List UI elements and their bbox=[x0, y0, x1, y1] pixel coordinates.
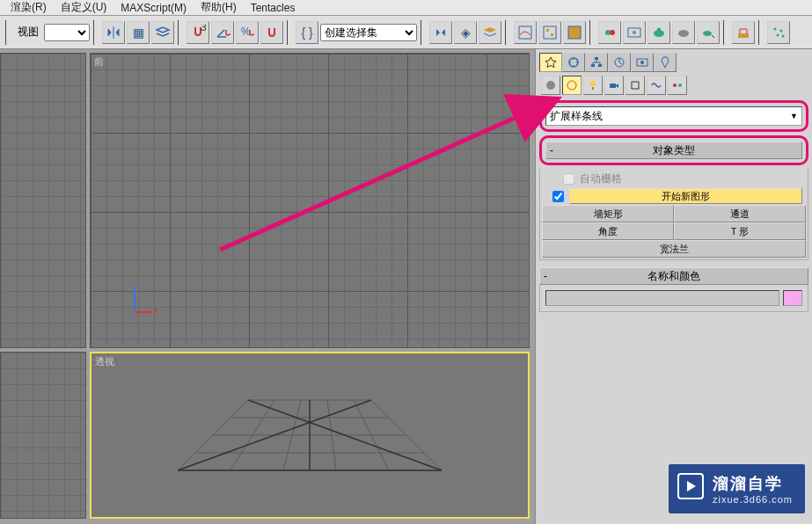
tab-display[interactable] bbox=[631, 53, 654, 72]
svg-rect-15 bbox=[738, 33, 749, 38]
render-frame-icon[interactable] bbox=[623, 21, 646, 44]
menu-bar: 渲染(R) 自定义(U) MAXScript(M) 帮助(H) Tentacle… bbox=[0, 0, 812, 16]
tab-motion[interactable] bbox=[608, 53, 631, 72]
tab-create[interactable] bbox=[539, 53, 562, 72]
curve-editor-icon[interactable] bbox=[514, 21, 537, 44]
svg-point-8 bbox=[610, 30, 615, 35]
align-icon[interactable]: ▦ bbox=[127, 21, 150, 44]
menu-custom[interactable]: 自定义(U) bbox=[54, 0, 114, 15]
cat-spacewarps-icon[interactable] bbox=[647, 76, 666, 95]
btn-angle[interactable]: 角度 bbox=[542, 222, 674, 240]
svg-point-19 bbox=[782, 34, 785, 37]
svg-rect-38 bbox=[595, 57, 598, 60]
align-tool-icon[interactable]: ◈ bbox=[454, 21, 477, 44]
svg-point-11 bbox=[654, 30, 664, 37]
btn-wall-rectangle[interactable]: 墙矩形 bbox=[542, 205, 674, 222]
view-select[interactable] bbox=[44, 24, 90, 41]
btn-tee[interactable]: T 形 bbox=[674, 222, 806, 240]
tab-utilities[interactable] bbox=[654, 53, 677, 72]
angle-snap-icon[interactable] bbox=[211, 21, 234, 44]
schematic-view-icon[interactable] bbox=[538, 21, 561, 44]
cat-shapes-icon[interactable] bbox=[562, 76, 582, 95]
viewport-front[interactable]: 前 z x bbox=[90, 53, 530, 348]
svg-point-10 bbox=[633, 31, 636, 34]
svg-point-18 bbox=[777, 33, 779, 36]
viewport-label-perspective: 透视 bbox=[95, 355, 114, 368]
name-color-body bbox=[539, 285, 808, 312]
render-setup-icon[interactable] bbox=[598, 21, 621, 44]
selection-set-dropdown[interactable]: 创建选择集 bbox=[320, 24, 417, 41]
axis-gizmo: z x bbox=[117, 286, 152, 321]
object-name-input[interactable] bbox=[545, 290, 779, 306]
svg-point-44 bbox=[546, 81, 555, 90]
svg-rect-3 bbox=[544, 26, 556, 39]
material-editor-icon[interactable] bbox=[563, 21, 586, 44]
command-panel: 扩展样条线▼ -对象类型 自动栅格 开始新图形 墙矩形 通道 角度 T 形 宽法 bbox=[535, 49, 812, 524]
perspective-grid bbox=[151, 382, 468, 488]
subcategory-dropdown[interactable]: 扩展样条线▼ bbox=[545, 106, 802, 126]
snap-toggle-icon[interactable]: 3 bbox=[187, 21, 209, 44]
render-dropdown-icon[interactable] bbox=[697, 21, 720, 44]
cat-lights-icon[interactable] bbox=[583, 76, 603, 95]
svg-rect-39 bbox=[591, 64, 595, 67]
spinner-snap-icon[interactable] bbox=[260, 21, 283, 44]
start-new-shape-button[interactable]: 开始新图形 bbox=[569, 188, 802, 204]
cat-helpers-icon[interactable] bbox=[625, 76, 645, 95]
svg-rect-48 bbox=[632, 82, 639, 89]
svg-point-14 bbox=[703, 31, 712, 36]
viewport-label-front: 前 bbox=[94, 55, 104, 69]
mirror-tool-icon[interactable] bbox=[429, 21, 452, 44]
render-last-icon[interactable] bbox=[672, 21, 695, 44]
reactor-icon[interactable] bbox=[732, 21, 755, 44]
rollout-object-type[interactable]: -对象类型 bbox=[545, 142, 802, 159]
svg-rect-47 bbox=[610, 84, 616, 88]
cat-geometry-icon[interactable] bbox=[541, 76, 560, 95]
svg-rect-40 bbox=[598, 64, 602, 67]
svg-point-45 bbox=[567, 81, 576, 90]
particle-icon[interactable] bbox=[767, 21, 790, 44]
svg-rect-2 bbox=[519, 26, 531, 39]
layer-icon[interactable] bbox=[151, 21, 174, 44]
btn-wide-flange[interactable]: 宽法兰 bbox=[542, 240, 806, 258]
percent-snap-icon[interactable]: % bbox=[236, 21, 259, 44]
object-buttons: 墙矩形 通道 角度 T 形 宽法兰 bbox=[542, 205, 806, 258]
menu-maxscript[interactable]: MAXScript(M) bbox=[113, 2, 194, 14]
autogrid-checkbox[interactable] bbox=[563, 173, 574, 185]
watermark: 溜溜自学 zixue.3d66.com bbox=[669, 464, 805, 513]
watermark-url: zixue.3d66.com bbox=[713, 494, 793, 505]
menu-render[interactable]: 渲染(R) bbox=[4, 0, 54, 15]
menu-help[interactable]: 帮助(H) bbox=[194, 0, 244, 15]
main-toolbar: 视图 ▦ 3 % { } 创建选择集 ◈ bbox=[0, 16, 812, 49]
btn-channel[interactable]: 通道 bbox=[674, 205, 806, 222]
annotation-highlight-objtype: -对象类型 bbox=[539, 135, 808, 165]
svg-point-17 bbox=[780, 29, 783, 32]
cat-cameras-icon[interactable] bbox=[604, 76, 624, 95]
svg-rect-5 bbox=[551, 33, 553, 36]
command-panel-tabs bbox=[539, 53, 808, 72]
mirror-icon[interactable] bbox=[102, 21, 125, 44]
watermark-logo-icon bbox=[677, 473, 704, 499]
watermark-title: 溜溜自学 bbox=[713, 473, 793, 494]
start-new-shape-checkbox[interactable] bbox=[552, 191, 564, 202]
cat-systems-icon[interactable] bbox=[668, 76, 687, 95]
svg-point-46 bbox=[590, 81, 596, 86]
svg-rect-6 bbox=[568, 26, 581, 39]
color-swatch[interactable] bbox=[783, 290, 802, 306]
object-type-body: 自动栅格 开始新图形 墙矩形 通道 角度 T 形 宽法兰 bbox=[539, 169, 808, 260]
svg-text:3: 3 bbox=[201, 25, 206, 33]
annotation-highlight-dropdown: 扩展样条线▼ bbox=[539, 100, 808, 132]
viewport-bottom-left[interactable] bbox=[0, 352, 86, 519]
rollout-name-color[interactable]: -名称和颜色 bbox=[539, 267, 808, 285]
viewports-container: 前 z x 透视 bbox=[0, 49, 535, 524]
create-category-row bbox=[541, 76, 808, 95]
tab-modify[interactable] bbox=[562, 53, 585, 72]
tab-hierarchy[interactable] bbox=[585, 53, 608, 72]
named-selset-edit-icon[interactable]: { } bbox=[296, 21, 318, 44]
layers-icon[interactable] bbox=[479, 21, 501, 44]
svg-point-49 bbox=[673, 84, 677, 87]
viewport-top-left[interactable] bbox=[0, 53, 86, 348]
quick-render-icon[interactable] bbox=[647, 21, 670, 44]
viewport-perspective[interactable]: 透视 bbox=[90, 352, 530, 519]
menu-tentacles[interactable]: Tentacles bbox=[244, 2, 303, 14]
autogrid-label: 自动栅格 bbox=[580, 171, 622, 186]
